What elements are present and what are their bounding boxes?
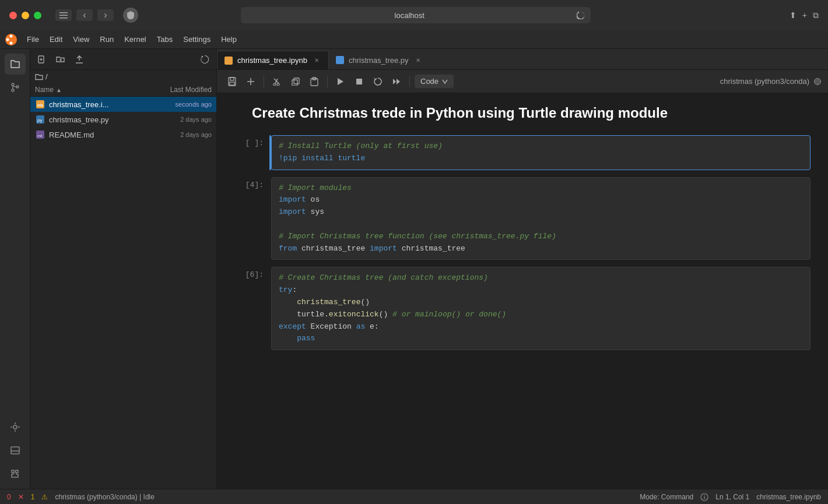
menu-help[interactable]: Help (216, 33, 241, 45)
fast-forward-icon (392, 78, 401, 85)
notebook-content: Create Christmas trede in Python using T… (217, 93, 828, 489)
menu-kernel[interactable]: Kernel (120, 33, 151, 45)
code-line: try: (279, 284, 803, 297)
file-item[interactable]: nb christmas_tree.i... seconds ago (30, 97, 216, 112)
svg-point-7 (12, 83, 14, 86)
new-file-icon (38, 55, 46, 64)
markdown-file-icon: md (35, 129, 45, 140)
code-line: # Install Turtle (only at first use) (279, 140, 803, 153)
svg-text:nb: nb (37, 103, 43, 108)
tab-python[interactable]: christmas_tree.py ✕ (329, 51, 430, 69)
warning-count: 1 (31, 493, 35, 501)
code-line: # Import modules (279, 182, 803, 195)
maximize-button[interactable] (34, 12, 41, 19)
add-cell-button[interactable] (243, 73, 259, 90)
save-icon (227, 77, 237, 86)
info-icon (700, 493, 708, 501)
url-bar[interactable]: localhost (241, 7, 591, 23)
stop-icon (356, 78, 363, 85)
svg-rect-16 (11, 447, 19, 454)
sidebar-toggle-button[interactable] (55, 9, 72, 21)
python-file-icon: py (35, 114, 45, 125)
code-line (279, 218, 803, 231)
cell-type-selector[interactable]: Code (415, 75, 454, 88)
svg-point-8 (12, 89, 14, 91)
sidebar-panel-button[interactable] (5, 440, 26, 461)
statusbar: 0 ✕ 1 ⚠ christmas (python3/conda) | Idle… (0, 489, 828, 504)
file-list: nb christmas_tree.i... seconds ago py ch… (30, 97, 216, 142)
cell-code-1[interactable]: # Import modules import os import sys # … (271, 177, 811, 260)
cell-2: [6]: # Create Christmas tree (and catch … (234, 267, 811, 350)
main-layout: / Name ▲ Last Modified nb christmas_tree… (0, 49, 828, 489)
run-button[interactable] (332, 73, 349, 90)
file-name: christmas_tree.py (49, 115, 153, 124)
new-tab-button[interactable]: + (802, 10, 807, 20)
sidebar-files-button[interactable] (5, 54, 26, 75)
file-item[interactable]: py christmas_tree.py 2 days ago (30, 112, 216, 127)
notebook-file-icon: nb (35, 99, 45, 110)
svg-point-6 (6, 38, 9, 41)
svg-rect-41 (292, 80, 297, 86)
fast-forward-button[interactable] (388, 73, 405, 90)
add-icon (246, 77, 255, 86)
back-button[interactable]: ‹ (76, 9, 93, 21)
close-button[interactable] (9, 12, 17, 19)
menu-settings[interactable]: Settings (178, 33, 215, 45)
code-line: import sys (279, 206, 803, 218)
url-text: localhost (247, 11, 572, 20)
svg-text:md: md (37, 134, 42, 138)
file-modified: 2 days ago (153, 116, 212, 123)
new-file-button[interactable] (35, 52, 49, 66)
menu-edit[interactable]: Edit (45, 33, 67, 45)
sidebar-puzzle-button[interactable] (5, 463, 26, 484)
tab-close-button[interactable]: ✕ (312, 56, 321, 65)
menubar: File Edit View Run Kernel Tabs Settings … (0, 30, 828, 49)
refresh-files-button[interactable] (198, 52, 212, 66)
new-folder-icon (56, 55, 65, 64)
svg-rect-40 (294, 78, 299, 84)
tab-overview-button[interactable]: ⧉ (813, 10, 819, 20)
error-count: 0 (7, 493, 11, 501)
tab-python-label: christmas_tree.py (349, 56, 409, 65)
sidebar-extensions-button[interactable] (5, 417, 26, 438)
upload-button[interactable] (72, 52, 86, 66)
cell-prompt-2: [6]: (234, 267, 269, 350)
breadcrumb: / (30, 70, 216, 83)
new-folder-button[interactable] (54, 52, 68, 66)
sidebar-git-button[interactable] (5, 77, 26, 98)
cell-code-0[interactable]: # Install Turtle (only at first use) !pi… (271, 135, 811, 170)
paste-button[interactable] (306, 73, 322, 90)
copy-icon (292, 77, 300, 86)
mode-indicator: Mode: Command (640, 493, 693, 501)
save-button[interactable] (224, 73, 240, 90)
forward-button[interactable]: › (97, 9, 114, 21)
stop-button[interactable] (351, 73, 367, 90)
cut-button[interactable] (269, 73, 285, 90)
modified-column-header[interactable]: Last Modified (153, 86, 212, 94)
name-column-header[interactable]: Name ▲ (35, 86, 153, 94)
menu-tabs[interactable]: Tabs (152, 33, 177, 45)
menu-view[interactable]: View (68, 33, 94, 45)
cell-code-2[interactable]: # Create Christmas tree (and catch excep… (271, 267, 811, 350)
file-item[interactable]: md README.md 2 days ago (30, 127, 216, 142)
code-line: pass (279, 333, 803, 345)
code-line: # Import Christmas tree function (see ch… (279, 231, 803, 243)
minimize-button[interactable] (22, 12, 29, 19)
menu-run[interactable]: Run (95, 33, 118, 45)
notebook-toolbar: Code christmas (python3/conda) (217, 70, 828, 93)
menu-file[interactable]: File (22, 33, 44, 45)
extensions-icon (10, 422, 20, 432)
refresh-icon (201, 55, 209, 64)
code-line: christmas_tree() (279, 297, 803, 309)
copy-button[interactable] (287, 73, 304, 90)
jupyter-logo (5, 33, 17, 46)
svg-rect-45 (356, 79, 362, 84)
restart-button[interactable] (370, 73, 386, 90)
file-name: README.md (49, 131, 153, 139)
tab-notebook[interactable]: christmas_tree.ipynb ✕ (217, 51, 329, 69)
tab-python-close-button[interactable]: ✕ (413, 55, 423, 65)
statusbar-right: Mode: Command Ln 1, Col 1 christmas_tree… (640, 493, 821, 501)
svg-rect-1 (59, 15, 68, 16)
share-button[interactable]: ⬆ (790, 10, 797, 20)
svg-point-38 (273, 83, 276, 86)
